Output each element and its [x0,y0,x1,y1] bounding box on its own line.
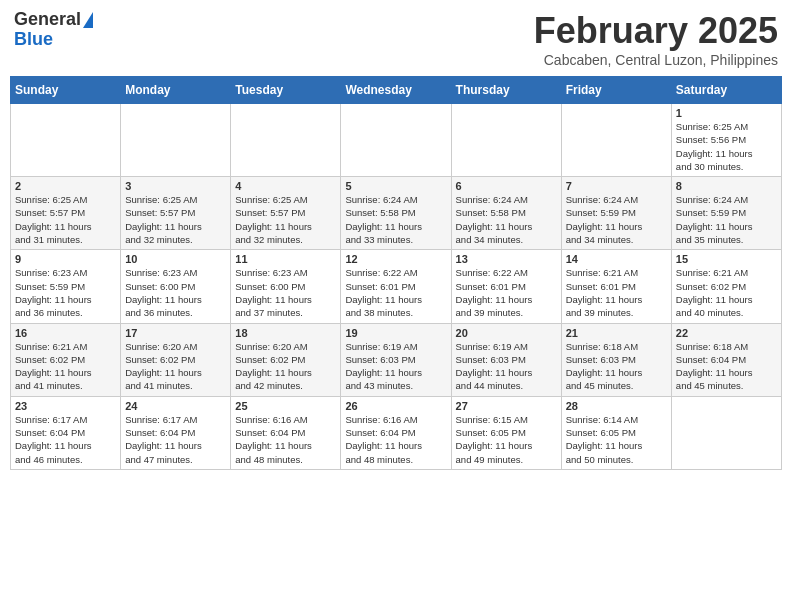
calendar-cell: 27Sunrise: 6:15 AM Sunset: 6:05 PM Dayli… [451,396,561,469]
page-header: General Blue February 2025 Cabcaben, Cen… [10,10,782,68]
calendar-cell: 4Sunrise: 6:25 AM Sunset: 5:57 PM Daylig… [231,177,341,250]
day-info: Sunrise: 6:23 AM Sunset: 6:00 PM Dayligh… [235,266,336,319]
day-number: 3 [125,180,226,192]
calendar-cell [671,396,781,469]
location-title: Cabcaben, Central Luzon, Philippines [534,52,778,68]
day-number: 1 [676,107,777,119]
day-info: Sunrise: 6:19 AM Sunset: 6:03 PM Dayligh… [345,340,446,393]
calendar-cell: 13Sunrise: 6:22 AM Sunset: 6:01 PM Dayli… [451,250,561,323]
day-number: 9 [15,253,116,265]
day-info: Sunrise: 6:17 AM Sunset: 6:04 PM Dayligh… [125,413,226,466]
calendar-cell: 1Sunrise: 6:25 AM Sunset: 5:56 PM Daylig… [671,104,781,177]
day-info: Sunrise: 6:15 AM Sunset: 6:05 PM Dayligh… [456,413,557,466]
day-info: Sunrise: 6:16 AM Sunset: 6:04 PM Dayligh… [345,413,446,466]
calendar-cell: 25Sunrise: 6:16 AM Sunset: 6:04 PM Dayli… [231,396,341,469]
day-number: 8 [676,180,777,192]
day-info: Sunrise: 6:25 AM Sunset: 5:57 PM Dayligh… [15,193,116,246]
day-number: 22 [676,327,777,339]
day-info: Sunrise: 6:24 AM Sunset: 5:58 PM Dayligh… [345,193,446,246]
day-info: Sunrise: 6:18 AM Sunset: 6:03 PM Dayligh… [566,340,667,393]
day-info: Sunrise: 6:23 AM Sunset: 5:59 PM Dayligh… [15,266,116,319]
calendar-cell: 15Sunrise: 6:21 AM Sunset: 6:02 PM Dayli… [671,250,781,323]
day-info: Sunrise: 6:16 AM Sunset: 6:04 PM Dayligh… [235,413,336,466]
calendar-cell: 28Sunrise: 6:14 AM Sunset: 6:05 PM Dayli… [561,396,671,469]
calendar-cell: 20Sunrise: 6:19 AM Sunset: 6:03 PM Dayli… [451,323,561,396]
logo: General Blue [14,10,93,50]
calendar-week-row: 1Sunrise: 6:25 AM Sunset: 5:56 PM Daylig… [11,104,782,177]
day-number: 5 [345,180,446,192]
day-info: Sunrise: 6:24 AM Sunset: 5:59 PM Dayligh… [566,193,667,246]
title-section: February 2025 Cabcaben, Central Luzon, P… [534,10,778,68]
calendar-cell: 8Sunrise: 6:24 AM Sunset: 5:59 PM Daylig… [671,177,781,250]
calendar-cell: 24Sunrise: 6:17 AM Sunset: 6:04 PM Dayli… [121,396,231,469]
calendar-cell: 16Sunrise: 6:21 AM Sunset: 6:02 PM Dayli… [11,323,121,396]
logo-blue-text: Blue [14,30,53,50]
day-info: Sunrise: 6:20 AM Sunset: 6:02 PM Dayligh… [235,340,336,393]
day-number: 19 [345,327,446,339]
calendar-cell [561,104,671,177]
day-number: 17 [125,327,226,339]
day-number: 26 [345,400,446,412]
day-number: 15 [676,253,777,265]
calendar-cell [451,104,561,177]
day-info: Sunrise: 6:14 AM Sunset: 6:05 PM Dayligh… [566,413,667,466]
calendar-cell: 11Sunrise: 6:23 AM Sunset: 6:00 PM Dayli… [231,250,341,323]
day-of-week-header: Sunday [11,77,121,104]
day-info: Sunrise: 6:25 AM Sunset: 5:57 PM Dayligh… [235,193,336,246]
day-number: 24 [125,400,226,412]
calendar-cell: 21Sunrise: 6:18 AM Sunset: 6:03 PM Dayli… [561,323,671,396]
day-number: 2 [15,180,116,192]
calendar-week-row: 16Sunrise: 6:21 AM Sunset: 6:02 PM Dayli… [11,323,782,396]
day-number: 7 [566,180,667,192]
calendar-cell: 23Sunrise: 6:17 AM Sunset: 6:04 PM Dayli… [11,396,121,469]
calendar-cell [11,104,121,177]
day-number: 25 [235,400,336,412]
day-info: Sunrise: 6:18 AM Sunset: 6:04 PM Dayligh… [676,340,777,393]
day-info: Sunrise: 6:21 AM Sunset: 6:02 PM Dayligh… [15,340,116,393]
calendar-cell: 7Sunrise: 6:24 AM Sunset: 5:59 PM Daylig… [561,177,671,250]
calendar-cell [121,104,231,177]
day-number: 12 [345,253,446,265]
calendar-cell: 6Sunrise: 6:24 AM Sunset: 5:58 PM Daylig… [451,177,561,250]
calendar-cell: 17Sunrise: 6:20 AM Sunset: 6:02 PM Dayli… [121,323,231,396]
calendar-cell: 19Sunrise: 6:19 AM Sunset: 6:03 PM Dayli… [341,323,451,396]
day-number: 21 [566,327,667,339]
day-info: Sunrise: 6:24 AM Sunset: 5:59 PM Dayligh… [676,193,777,246]
calendar-cell: 9Sunrise: 6:23 AM Sunset: 5:59 PM Daylig… [11,250,121,323]
day-number: 23 [15,400,116,412]
day-number: 20 [456,327,557,339]
calendar-cell: 2Sunrise: 6:25 AM Sunset: 5:57 PM Daylig… [11,177,121,250]
day-info: Sunrise: 6:20 AM Sunset: 6:02 PM Dayligh… [125,340,226,393]
day-of-week-header: Saturday [671,77,781,104]
calendar-cell: 22Sunrise: 6:18 AM Sunset: 6:04 PM Dayli… [671,323,781,396]
calendar-table: SundayMondayTuesdayWednesdayThursdayFrid… [10,76,782,470]
day-info: Sunrise: 6:22 AM Sunset: 6:01 PM Dayligh… [456,266,557,319]
day-info: Sunrise: 6:25 AM Sunset: 5:56 PM Dayligh… [676,120,777,173]
calendar-cell: 14Sunrise: 6:21 AM Sunset: 6:01 PM Dayli… [561,250,671,323]
day-number: 10 [125,253,226,265]
calendar-week-row: 23Sunrise: 6:17 AM Sunset: 6:04 PM Dayli… [11,396,782,469]
day-number: 6 [456,180,557,192]
day-info: Sunrise: 6:25 AM Sunset: 5:57 PM Dayligh… [125,193,226,246]
calendar-cell [231,104,341,177]
day-number: 14 [566,253,667,265]
day-number: 11 [235,253,336,265]
day-info: Sunrise: 6:21 AM Sunset: 6:02 PM Dayligh… [676,266,777,319]
day-number: 16 [15,327,116,339]
calendar-cell: 5Sunrise: 6:24 AM Sunset: 5:58 PM Daylig… [341,177,451,250]
calendar-header-row: SundayMondayTuesdayWednesdayThursdayFrid… [11,77,782,104]
calendar-cell: 26Sunrise: 6:16 AM Sunset: 6:04 PM Dayli… [341,396,451,469]
day-of-week-header: Wednesday [341,77,451,104]
day-info: Sunrise: 6:21 AM Sunset: 6:01 PM Dayligh… [566,266,667,319]
day-of-week-header: Friday [561,77,671,104]
day-info: Sunrise: 6:24 AM Sunset: 5:58 PM Dayligh… [456,193,557,246]
day-info: Sunrise: 6:23 AM Sunset: 6:00 PM Dayligh… [125,266,226,319]
logo-triangle-icon [83,12,93,28]
calendar-cell: 12Sunrise: 6:22 AM Sunset: 6:01 PM Dayli… [341,250,451,323]
day-number: 13 [456,253,557,265]
month-title: February 2025 [534,10,778,52]
day-number: 27 [456,400,557,412]
day-of-week-header: Monday [121,77,231,104]
day-info: Sunrise: 6:22 AM Sunset: 6:01 PM Dayligh… [345,266,446,319]
calendar-week-row: 2Sunrise: 6:25 AM Sunset: 5:57 PM Daylig… [11,177,782,250]
